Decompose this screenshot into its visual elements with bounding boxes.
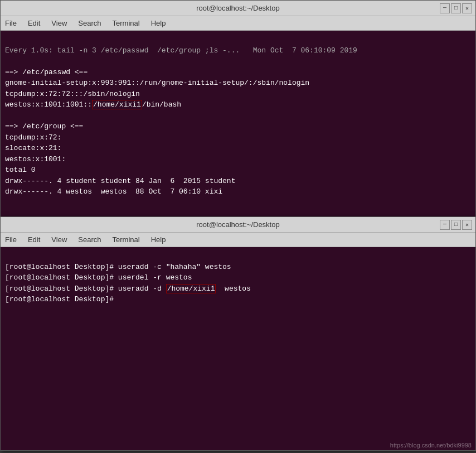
menu-help-bottom[interactable]: Help [149, 234, 168, 245]
maximize-button-top[interactable]: □ [451, 3, 461, 13]
menu-bar-bottom: File Edit View Search Terminal Help [1, 233, 475, 247]
title-bar-bottom: root@localhost:~/Desktop ─ □ ✕ [1, 217, 475, 233]
menu-file-top[interactable]: File [3, 18, 19, 28]
menu-terminal-bottom[interactable]: Terminal [110, 234, 142, 245]
status-line: Every 1.0s: tail -n 3 /etc/passwd /etc/g… [5, 46, 357, 55]
minimize-button-bottom[interactable]: ─ [440, 220, 450, 230]
highlight-home-xixi1-bottom: /home/xixi1 [166, 284, 216, 293]
cmd-useradd: [root@localhost Desktop]# useradd -c "ha… [5, 263, 251, 304]
menu-view-top[interactable]: View [49, 18, 69, 28]
title-text-top: root@localhost:~/Desktop [196, 4, 279, 12]
menu-view-bottom[interactable]: View [49, 234, 69, 245]
menu-edit-top[interactable]: Edit [26, 18, 42, 28]
menu-terminal-top[interactable]: Terminal [110, 18, 142, 28]
menu-search-top[interactable]: Search [76, 18, 103, 28]
title-text-bottom: root@localhost:~/Desktop [196, 220, 279, 229]
content-passwd-header: ==> /etc/passwd <== gnome-initial-setup:… [5, 68, 309, 196]
terminal-window-bottom[interactable]: root@localhost:~/Desktop ─ □ ✕ File Edit… [0, 216, 476, 451]
window-controls-bottom[interactable]: ─ □ ✕ [440, 220, 472, 230]
menu-search-bottom[interactable]: Search [76, 234, 103, 245]
terminal-content-bottom: [root@localhost Desktop]# useradd -c "ha… [1, 247, 475, 319]
menu-edit-bottom[interactable]: Edit [26, 234, 42, 245]
maximize-button-bottom[interactable]: □ [451, 220, 461, 230]
terminal-content-top: Every 1.0s: tail -n 3 /etc/passwd /etc/g… [1, 31, 475, 211]
watermark: https://blog.csdn.net/bdki9998 [390, 442, 472, 449]
close-button-bottom[interactable]: ✕ [462, 220, 472, 230]
menu-bar-top: File Edit View Search Terminal Help [1, 16, 475, 31]
highlight-home-xixi1-top: /home/xixi1 [92, 100, 142, 109]
window-controls-top[interactable]: ─ □ ✕ [440, 3, 472, 13]
minimize-button-top[interactable]: ─ [440, 3, 450, 13]
menu-file-bottom[interactable]: File [3, 234, 19, 245]
terminal-window-top[interactable]: root@localhost:~/Desktop ─ □ ✕ File Edit… [0, 0, 476, 218]
title-bar-top: root@localhost:~/Desktop ─ □ ✕ [1, 1, 475, 16]
menu-help-top[interactable]: Help [149, 18, 168, 28]
close-button-top[interactable]: ✕ [462, 3, 472, 13]
